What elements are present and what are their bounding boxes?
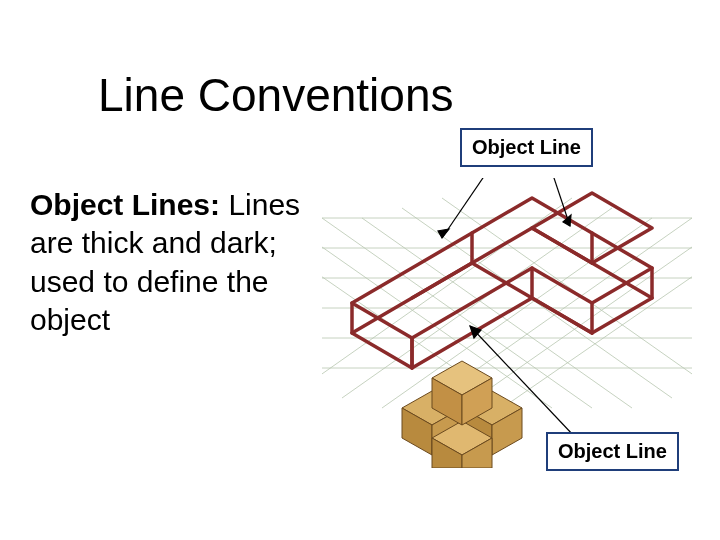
callout-label-bottom: Object Line <box>546 432 679 471</box>
slide-title: Line Conventions <box>98 68 453 122</box>
svg-line-25 <box>412 263 472 298</box>
svg-line-8 <box>382 218 652 408</box>
svg-line-12 <box>442 198 692 388</box>
body-heading: Object Lines: <box>30 188 220 221</box>
callout-label-top: Object Line <box>460 128 593 167</box>
isometric-diagram <box>322 178 692 468</box>
body-text-block: Object Lines: Lines are thick and dark; … <box>30 186 340 340</box>
object-lines-icon <box>352 193 652 368</box>
svg-marker-29 <box>438 229 449 238</box>
cubes-icon <box>402 361 522 468</box>
grid-icon <box>322 198 692 408</box>
